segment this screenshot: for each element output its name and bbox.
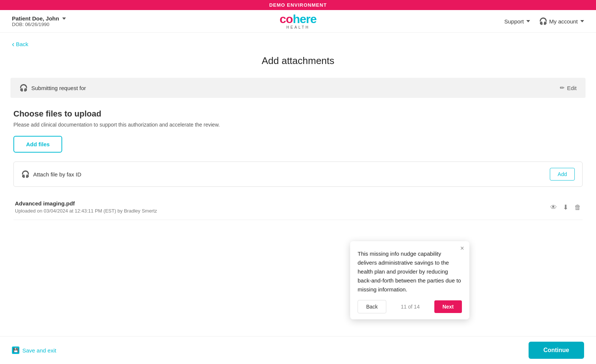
request-bar: 🎧 Submitting request for ✏ Edit [10, 78, 586, 98]
file-row: Advanced imaging.pdf Uploaded on 03/04/2… [13, 194, 583, 220]
patient-chevron-icon [62, 17, 66, 20]
logo: cohere HEALTH [280, 13, 317, 29]
logo-health: HEALTH [286, 26, 310, 29]
request-headset-icon: 🎧 [19, 84, 28, 92]
my-account-menu[interactable]: 🎧 My account [539, 17, 584, 25]
file-actions: 👁 ⬇ 🗑 [550, 203, 581, 211]
continue-button[interactable]: Continue [529, 342, 584, 359]
tooltip-text: This missing info nudge capability deliv… [358, 249, 462, 294]
delete-icon[interactable]: 🗑 [574, 204, 581, 211]
support-label: Support [504, 18, 524, 25]
back-link[interactable]: Back [12, 40, 584, 48]
edit-button[interactable]: ✏ Edit [560, 84, 577, 91]
patient-dob: DOB: 06/26/1990 [12, 22, 66, 27]
page-title-section: Add attachments [0, 55, 596, 78]
demo-banner: DEMO ENVIRONMENT [0, 0, 596, 10]
fax-row-left: 🎧 Attach file by fax ID [21, 170, 81, 178]
save-exit-icon: 💾 [12, 347, 19, 354]
support-chevron-icon [526, 20, 530, 22]
choose-files-subtitle: Please add clinical documentation to sup… [13, 122, 583, 128]
fax-add-button[interactable]: Add [550, 168, 575, 181]
tooltip-footer: Back 11 of 14 Next [358, 300, 462, 313]
my-account-label: My account [549, 18, 578, 25]
fax-label: Attach file by fax ID [33, 171, 81, 178]
download-icon[interactable]: ⬇ [563, 203, 568, 211]
patient-selector[interactable]: Patient Doe, John DOB: 06/26/1990 [12, 15, 66, 27]
choose-files-title: Choose files to upload [13, 109, 583, 119]
view-icon[interactable]: 👁 [550, 204, 557, 211]
tooltip-counter: 11 of 14 [401, 304, 420, 310]
main-content: Choose files to upload Please add clinic… [0, 98, 596, 231]
logo-co: co [280, 13, 293, 25]
tooltip-next-button[interactable]: Next [434, 300, 462, 313]
logo-here: here [293, 13, 317, 25]
header: Patient Doe, John DOB: 06/26/1990 cohere… [0, 10, 596, 33]
bottom-bar: 💾 Save and exit Continue [0, 336, 596, 364]
tooltip-close-button[interactable]: × [460, 245, 464, 252]
page-title: Add attachments [0, 55, 596, 67]
headset-icon: 🎧 [539, 17, 547, 25]
request-bar-label: Submitting request for [31, 85, 86, 91]
support-menu[interactable]: Support [504, 18, 530, 25]
patient-name: Patient Doe, John [12, 15, 59, 22]
tooltip-popup: × This missing info nudge capability del… [350, 241, 469, 319]
tooltip-back-button[interactable]: Back [358, 300, 386, 313]
fax-headset-icon: 🎧 [21, 170, 29, 178]
save-exit-label: Save and exit [22, 347, 56, 354]
edit-pencil-icon: ✏ [560, 84, 565, 91]
edit-label: Edit [567, 85, 577, 91]
request-bar-left: 🎧 Submitting request for [19, 84, 86, 92]
back-bar: Back [0, 33, 596, 55]
file-meta: Uploaded on 03/04/2024 at 12:43:11 PM (E… [15, 208, 581, 214]
nav-right: Support 🎧 My account [504, 17, 584, 25]
fax-row: 🎧 Attach file by fax ID Add [13, 162, 583, 187]
save-exit-button[interactable]: 💾 Save and exit [12, 347, 56, 354]
add-files-button[interactable]: Add files [13, 136, 62, 153]
account-chevron-icon [580, 20, 584, 22]
file-name: Advanced imaging.pdf [15, 200, 581, 207]
